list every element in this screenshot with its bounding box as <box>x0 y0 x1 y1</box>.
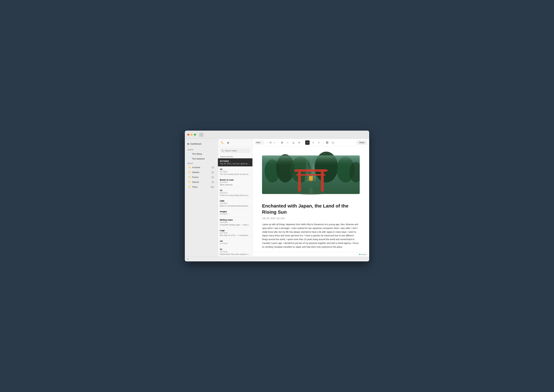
note-item-v1[interactable]: V1 9/17/2024 Global feed! View other peo… <box>218 247 252 257</box>
note-preview: https://x.com/adamwathan/status/1834307 <box>220 205 251 207</box>
align-left-button[interactable]: ≡ <box>305 140 310 145</box>
note-date: 9/17/2024 <box>220 181 251 183</box>
font-size-increase-button[interactable]: + <box>273 141 276 144</box>
underline-button[interactable]: U <box>291 140 296 145</box>
sidebar-section-vault: VAULT <box>185 161 218 165</box>
app-window: › ⊞ Dashboard TESTS 📄 Test dialog 📄 Test… <box>185 131 369 261</box>
note-date: 9/16/2024 <box>220 192 251 194</box>
svg-rect-19 <box>309 188 313 194</box>
search-icon: 🔍 <box>221 150 224 152</box>
sidebar-item-poems-label: Poems <box>192 176 210 178</box>
share-button[interactable]: Share <box>357 140 367 145</box>
note-date: 9/16/2024 <box>220 221 251 223</box>
note-title: Writing notes <box>220 219 251 221</box>
sidebar-item-deleted[interactable]: 📁 Deleted 0 <box>186 170 217 175</box>
poems-count: 8 <box>211 176 214 178</box>
dashboard-label: Dashboard <box>190 143 201 145</box>
align-center-button[interactable]: ≡ <box>311 140 315 145</box>
note-date: 9/17/2024 <box>220 232 251 234</box>
minimize-button[interactable] <box>191 134 193 136</box>
folder-icon: 📁 <box>188 186 191 188</box>
note-item-1[interactable]: 9/17/2024 July 29, 2021 | Ivy Lam I grew… <box>218 158 252 167</box>
sidebar-item-todos[interactable]: 📁 Todos 10 <box>186 185 217 189</box>
svg-rect-17 <box>310 181 312 182</box>
article-title: Enchanted with Japan, the Land of the Ri… <box>262 203 360 215</box>
sidebar-item-todos-label: Todos <box>192 186 209 188</box>
sidebar-item-test-dialog[interactable]: 📄 Test dialog <box>186 152 217 156</box>
back-nav-button[interactable]: › <box>199 133 203 137</box>
note-item-v2[interactable]: V2 9/16/2024 There's so many things that… <box>218 188 252 198</box>
note-title: cal <box>220 240 251 242</box>
starred-count: 1 <box>211 181 214 183</box>
note-preview: The v0 is mostly done!! we just need a <box>220 173 251 175</box>
font-selector[interactable]: Inter ⌄ <box>255 140 264 145</box>
article-date-author: July 29, 2021 | Ivy Lam <box>262 217 285 219</box>
sidebar-item-archived[interactable]: 📁 Archived 0 <box>186 165 217 170</box>
note-title: 9/17/2024 <box>220 160 251 162</box>
note-date: 9/17/2024 <box>220 251 251 253</box>
note-item-images[interactable]: images 9/12/2024 <box>218 209 252 217</box>
close-button[interactable] <box>187 134 189 136</box>
attach-file-button[interactable]: 📎 <box>330 140 335 145</box>
delete-button[interactable]: 🗑 <box>226 140 231 145</box>
note-item-writing[interactable]: Writing notes 9/16/2024 a beautiful land… <box>218 217 252 228</box>
note-title: images <box>220 210 251 213</box>
article-body[interactable]: I grew up with all things Japanese from … <box>262 223 360 252</box>
sidebar-item-test-dialog-label: Test dialog <box>192 153 214 155</box>
note-item-cal[interactable]: cal 9/17/2024 <box>218 238 252 247</box>
font-size-decrease-button[interactable]: − <box>265 141 268 144</box>
note-item-books[interactable]: Books to read 9/17/2024 @the sandman <box>218 177 252 188</box>
note-title: V2 <box>220 189 251 192</box>
sidebar-item-poems[interactable]: 📁 Poems 8 <box>186 175 217 179</box>
folder-icon: 📁 <box>188 181 191 183</box>
folder-icon: 📁 <box>188 176 191 178</box>
dashboard-icon: ⊞ <box>187 143 189 145</box>
notes-section-title: TODOS NOTES <box>218 154 252 158</box>
note-preview: Global feed! View other people's collec <box>220 253 251 255</box>
toolbar-divider-2 <box>303 141 303 144</box>
sidebar-item-starred[interactable]: 📁 Starred 1 <box>186 180 217 184</box>
note-preview: Mon Sep 16 10:51 — 2 tomatoes! Tue Sep <box>220 234 251 237</box>
insert-image-button[interactable]: 🖼 <box>325 140 329 145</box>
saved-indicator: Saved <box>359 253 367 256</box>
search-input[interactable] <box>225 149 251 152</box>
note-title: Logs <box>220 229 251 232</box>
svg-rect-9 <box>298 171 301 192</box>
sidebar-section-tests: TESTS <box>185 148 218 151</box>
fullscreen-button[interactable] <box>194 134 196 136</box>
note-date: 9/17/2024 <box>220 243 251 244</box>
note-title: CMS <box>220 200 251 202</box>
sidebar-item-deleted-label: Deleted <box>192 171 210 174</box>
italic-button[interactable]: I <box>286 140 290 145</box>
svg-rect-10 <box>321 171 324 192</box>
titlebar: › <box>185 131 369 139</box>
note-item-cms[interactable]: CMS 9/12/2024 https://x.com/adamwathan/s… <box>218 198 252 209</box>
search-box[interactable]: 🔍 <box>220 148 251 153</box>
saved-dot-icon <box>359 254 360 255</box>
note-preview: There's so many things that you potenti <box>220 194 251 196</box>
sidebar-item-test-database[interactable]: 📄 Test database <box>186 156 217 161</box>
edit-button[interactable]: ✏️ <box>220 140 224 145</box>
note-date: 9/12/2024 <box>220 203 251 204</box>
note-date: 9/17/2024 <box>220 171 251 173</box>
hero-image <box>262 151 360 198</box>
note-item-v0[interactable]: V0 9/17/2024 The v0 is mostly done!! we … <box>218 167 252 177</box>
notes-toolbar: ✏️ 🗑 <box>218 139 252 147</box>
note-item-logs[interactable]: Logs 9/17/2024 Mon Sep 16 10:51 — 2 toma… <box>218 228 252 238</box>
note-title: Books to read <box>220 179 251 181</box>
note-preview: July 29, 2021 | Ivy Lam I grew up with <box>220 163 251 165</box>
strikethrough-button[interactable]: S <box>297 140 301 145</box>
font-size-value: 16 <box>269 141 272 144</box>
bold-button[interactable]: B <box>280 140 284 145</box>
sidebar-dashboard-item[interactable]: ⊞ Dashboard <box>185 141 218 146</box>
folder-icon: 📁 <box>188 166 191 168</box>
font-name: Inter <box>256 141 260 144</box>
zoom-level: x1 <box>187 258 189 260</box>
editor-panel: Inter ⌄ − 16 + B I U S ≡ ≡ ≡ 🖼 📎 <box>252 139 369 257</box>
editor-content[interactable]: Enchanted with Japan, the Land of the Ri… <box>252 146 369 252</box>
article-paragraph-1: I grew up with all things Japanese from … <box>262 223 360 249</box>
deleted-count: 0 <box>211 171 214 174</box>
toolbar-divider-3 <box>323 141 323 144</box>
align-right-button[interactable]: ≡ <box>316 140 321 145</box>
note-date: 9/12/2024 <box>220 213 251 215</box>
